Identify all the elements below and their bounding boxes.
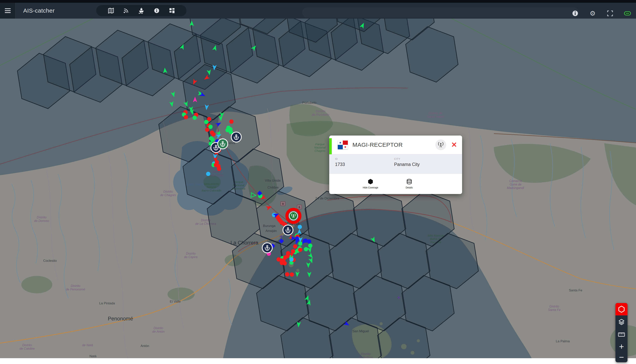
map-label: Distrito deSanta Isabel [427, 112, 444, 118]
map-label: DistritoSanta Fe [548, 305, 561, 312]
database-icon [406, 179, 412, 184]
hide-coverage-button[interactable]: Hide Coverage [358, 179, 383, 189]
map-label: Penonomé [108, 316, 133, 322]
close-icon[interactable]: ✕ [451, 141, 457, 148]
about-button[interactable] [571, 9, 580, 18]
ship-dot-marker[interactable] [304, 247, 308, 251]
flag-quadrant: ★ [338, 140, 343, 145]
antenna-button[interactable] [435, 140, 446, 150]
coverage-toggle-button[interactable] [616, 303, 628, 316]
anchorage-marker[interactable] [262, 243, 272, 253]
fullscreen-icon [607, 10, 613, 17]
ruler-icon [618, 330, 626, 339]
map-label: Coclesito [43, 259, 57, 262]
map-toolbar: + − [616, 303, 628, 362]
ship-dot-marker[interactable] [285, 272, 289, 276]
popup-actions: Hide Coverage Details [329, 174, 456, 194]
gear-icon: ⚙ [590, 10, 596, 17]
flag-quadrant: ★ [343, 145, 348, 149]
dashboard-icon [169, 8, 175, 14]
station-popup: ★ ★ MAGI-RECEPTOR ✕ ID 1733 [329, 136, 462, 194]
ship-dot-marker[interactable] [308, 244, 312, 248]
ship-dot-marker[interactable] [184, 115, 188, 119]
menu-button[interactable] [0, 3, 16, 18]
anchorage-marker[interactable] [218, 139, 228, 149]
ship-dot-marker[interactable] [298, 225, 302, 229]
antenna-icon [438, 142, 444, 148]
anchorage-marker[interactable] [283, 225, 293, 235]
ship-dot-marker[interactable] [211, 132, 216, 136]
connection-status-button[interactable] [623, 9, 632, 18]
ship-dot-marker[interactable] [229, 120, 234, 124]
ship-dot-marker[interactable] [210, 138, 214, 142]
map-label: Distritode Capira [184, 252, 197, 259]
details-button[interactable]: Details [397, 179, 422, 189]
ship-dot-marker[interactable] [298, 248, 302, 252]
map-label: Natá [90, 354, 96, 358]
ship-dot-marker[interactable] [217, 167, 221, 171]
nav-pill [96, 5, 186, 16]
zoom-in-button[interactable]: + [616, 341, 628, 352]
link-icon [624, 11, 631, 16]
anchorage-marker[interactable] [231, 132, 241, 142]
top-bar: AIS-catcher [0, 3, 636, 18]
hexagon-icon [368, 179, 374, 184]
map-label: La Palma [556, 340, 570, 343]
ship-dot-marker[interactable] [206, 172, 210, 176]
app-title: AIS-catcher [23, 7, 54, 14]
map-label: ParqueNacionalChagres [314, 142, 326, 152]
popup-header: ★ ★ MAGI-RECEPTOR ✕ [329, 136, 462, 154]
info-icon [572, 10, 579, 17]
ship-dot-marker[interactable] [290, 272, 294, 277]
map-label: de Natá [82, 344, 93, 347]
station-name: MAGI-RECEPTOR [352, 142, 435, 148]
info-icon [154, 8, 160, 14]
map-label: La Pintada [99, 302, 115, 305]
ship-dot-marker[interactable] [298, 242, 302, 246]
ship-dot-marker[interactable] [307, 239, 311, 244]
flag-quadrant [343, 140, 348, 145]
map-label: Antón [140, 344, 149, 348]
zoom-out-button[interactable]: − [616, 352, 628, 362]
panama-flag-icon: ★ ★ [338, 140, 348, 149]
dashboard-tab-button[interactable] [168, 7, 176, 14]
fullscreen-button[interactable] [606, 9, 614, 18]
popup-fields: ID 1733 CITY Panama City [329, 154, 462, 174]
map-label: Santa Fe [569, 288, 582, 292]
ship-dot-marker[interactable] [282, 261, 287, 266]
info-tab-button[interactable] [153, 7, 160, 14]
measure-button[interactable] [616, 328, 628, 341]
ship-dot-marker[interactable] [208, 125, 213, 129]
map-label: Distritode Antón [152, 326, 164, 333]
map-label: Portobelo [302, 101, 316, 104]
ship-dot-marker[interactable] [289, 257, 294, 262]
coverage-hexagon-icon [618, 306, 625, 313]
window-top-strip [0, 0, 636, 3]
layers-icon [618, 318, 625, 326]
status-pill [302, 8, 579, 18]
map-tab-button[interactable] [107, 7, 115, 14]
flag-quadrant [338, 145, 343, 149]
ship-dot-marker[interactable] [205, 128, 209, 132]
settings-button[interactable]: ⚙ [588, 9, 597, 18]
map-label: El Valle [170, 300, 181, 304]
ships-tab-button[interactable] [138, 7, 145, 14]
ship-dot-marker[interactable] [192, 116, 197, 120]
header-right-icons: ⚙ [571, 6, 632, 21]
stations-tab-button[interactable] [122, 7, 130, 14]
page-bottom-margin [0, 358, 636, 364]
map-icon [108, 7, 114, 14]
layers-button[interactable] [616, 316, 628, 328]
signal-icon [123, 7, 129, 14]
map-svg[interactable]: PortobeloDistritode PortobeloDistrito de… [0, 0, 636, 358]
ship-dot-marker[interactable] [204, 120, 208, 124]
map-canvas[interactable]: PortobeloDistritode PortobeloDistrito de… [0, 0, 636, 358]
hamburger-icon [5, 7, 11, 14]
ship-dot-marker[interactable] [293, 244, 297, 248]
field-id: ID 1733 [335, 158, 394, 170]
signal-quality-bar [329, 138, 332, 154]
ship-icon [138, 7, 145, 14]
field-city: CITY Panama City [394, 158, 462, 170]
